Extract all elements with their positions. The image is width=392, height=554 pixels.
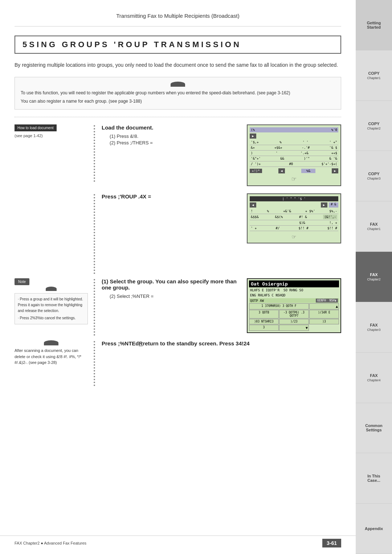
sidebar-item-copy1[interactable]: COPY Chapter1 bbox=[356, 50, 392, 101]
sidebar-label-fax4: FAX bbox=[370, 373, 377, 378]
group-cell-4: -3 QOTP6) .3 QOTP7 bbox=[279, 310, 309, 319]
page-footer: FAX Chapter2 ● Advanced Fax Features 3-6… bbox=[0, 535, 356, 547]
sidebar-sub-fax2: Chapter2 bbox=[367, 278, 380, 281]
step-2-wrapper: | ' " " '$ ' ◀ ▶ # & !%+&'&+ $%'$%,- &$$… bbox=[15, 192, 341, 275]
step-4-wrapper: After scanning a document, you can delet… bbox=[15, 338, 341, 387]
sidebar-label-fax1: FAX bbox=[370, 222, 377, 226]
group-cell-6: )03 NTSHRI3 bbox=[249, 319, 279, 324]
step-3-lcd: Oat Osiergnip HLHFS E IQOTP'R SO RHNG SO… bbox=[247, 278, 341, 333]
sidebar-sub-fax1: Chapter1 bbox=[367, 227, 380, 231]
group-sub2: ENG RHLHFS C NSHQD bbox=[249, 293, 339, 297]
sidebar-item-common[interactable]: CommonSettings bbox=[356, 403, 392, 454]
group-sub1: HLHFS E IQOTP'R SO RHNG SO bbox=[249, 288, 339, 292]
step-1-dots bbox=[91, 123, 98, 190]
prerequisite-note: To use this function, you will need to r… bbox=[15, 77, 341, 110]
step-1-lcd: (%%'0 ▶ '$,+%' '' +" &++$&+-.'#'& $ ) ''… bbox=[247, 124, 341, 186]
lcd2-title: | ' " " '$ ' bbox=[250, 196, 338, 201]
lcd-bottom-center: %& bbox=[301, 169, 315, 173]
lcd-bottom-left: +!)* bbox=[250, 169, 262, 173]
note-item1: · Press a group and it will be highlight… bbox=[18, 296, 85, 314]
sidebar-sub-fax4: Chapter4 bbox=[367, 378, 380, 382]
group-select-screen: Oat Osiergnip HLHFS E IQOTP'R SO RHNG SO… bbox=[247, 278, 341, 333]
sidebar-label-getting-started: GettingStarted bbox=[367, 21, 381, 29]
step-3-wrapper: Note · Press a group and it will be high… bbox=[15, 276, 341, 337]
sidebar-label-appendix: Appendix bbox=[365, 526, 383, 531]
sidebar-item-fax3[interactable]: FAX Chapter3 bbox=[356, 302, 392, 353]
sidebar: GettingStarted COPY Chapter1 COPY Chapte… bbox=[356, 0, 392, 554]
step-2-lcd: | ' " " '$ ' ◀ ▶ # & !%+&'&+ $%'$%,- &$$… bbox=[247, 193, 341, 243]
note-label: Note bbox=[15, 278, 29, 285]
step-4-left: After scanning a document, you can delet… bbox=[15, 338, 91, 387]
sidebar-item-fax1[interactable]: FAX Chapter1 bbox=[356, 201, 392, 252]
header-title: Transmitting Fax to Multiple Recipients … bbox=[116, 13, 240, 19]
step-1-label: How to load document bbox=[15, 124, 57, 131]
group-cell-5: )/34R E bbox=[309, 310, 339, 319]
page-header: Transmitting Fax to Multiple Recipients … bbox=[15, 7, 341, 26]
sidebar-item-in-this-case[interactable]: In ThisCase... bbox=[356, 453, 392, 504]
sidebar-item-copy3[interactable]: COPY Chapter3 bbox=[356, 151, 392, 201]
lcd-screen-1: (%%'0 ▶ '$,+%' '' +" &++$&+-.'#'& $ ) ''… bbox=[247, 124, 341, 186]
step-1-content: (%%'0 ▶ '$,+%' '' +" &++$&+-.'#'& $ ) ''… bbox=[98, 123, 341, 190]
after-scan-note: After scanning a document, you can delet… bbox=[15, 348, 88, 366]
group-cell-1: 1 370MHRS0) 3 QOTH F bbox=[249, 303, 309, 309]
step-2-content: | ' " " '$ ' ◀ ▶ # & !%+&'&+ $%'$%,- &$$… bbox=[98, 192, 341, 275]
sidebar-label-common: CommonSettings bbox=[365, 423, 383, 432]
finger-gesture-2: ☞ bbox=[250, 233, 338, 241]
step-4-heading: Press ;%NTEdRreturn to the standby scree… bbox=[102, 340, 341, 346]
step-4-dots bbox=[91, 338, 98, 387]
lcd-screen-2: | ' " " '$ ' ◀ ▶ # & !%+&'&+ $%'$%,- &$$… bbox=[247, 193, 341, 243]
step-3-left: Note · Press a group and it will be high… bbox=[15, 276, 91, 337]
group-cell-8: )3 bbox=[309, 319, 339, 324]
sidebar-label-fax3: FAX bbox=[370, 323, 377, 327]
step-3-content: Oat Osiergnip HLHFS E IQOTP'R SO RHNG SO… bbox=[98, 276, 341, 337]
note-item2: · Press 2%3%to cancel the settings. bbox=[18, 315, 85, 321]
step-4-content: Press ;%NTEdRreturn to the standby scree… bbox=[98, 338, 341, 387]
step-2-dots bbox=[91, 192, 98, 275]
note-text1: To use this function, you will need to r… bbox=[21, 90, 335, 97]
footer-left: FAX Chapter2 ● Advanced Fax Features bbox=[15, 541, 86, 545]
sidebar-label-in-this-case: In ThisCase... bbox=[367, 474, 380, 483]
sidebar-sub-copy2: Chapter2 bbox=[367, 127, 380, 130]
note-text2: You can also register a name for each gr… bbox=[21, 98, 335, 105]
step-2-left bbox=[15, 192, 91, 275]
group-cell-10: ▼ bbox=[279, 325, 309, 331]
sidebar-label-copy2: COPY bbox=[368, 122, 379, 126]
group-title: Oat Osiergnip bbox=[249, 280, 339, 287]
lcd-arrow-right: ▶ bbox=[250, 134, 256, 139]
sidebar-label-copy3: COPY bbox=[368, 172, 379, 176]
sidebar-item-fax2[interactable]: FAX Chapter2 bbox=[356, 252, 392, 302]
note-content: · Press a group and it will be highlight… bbox=[15, 293, 88, 324]
main-content: Transmitting Fax to Multiple Recipients … bbox=[0, 0, 356, 554]
group-grid: 1 370MHRS0) 3 QOTH F ▲ 3 QOTB -3 QOTP6) … bbox=[249, 303, 339, 331]
group-cell-9: 3 bbox=[249, 325, 279, 331]
group-top-bar: QOTP AW 6ENFH NSH▮ bbox=[249, 298, 339, 303]
sidebar-sub-fax3: Chapter3 bbox=[367, 328, 380, 332]
section-title: 5SING GROUPS 'ROUP TRANSMISSION bbox=[23, 40, 241, 49]
sidebar-sub-copy3: Chapter3 bbox=[367, 177, 380, 180]
sidebar-label-fax2: FAX bbox=[370, 272, 377, 277]
finger-gesture-1: ☞ bbox=[250, 175, 338, 183]
sidebar-item-copy2[interactable]: COPY Chapter2 bbox=[356, 101, 392, 151]
step-1-ref: (see page 1-42) bbox=[15, 133, 88, 139]
step-1-wrapper: How to load document (see page 1-42) (%%… bbox=[15, 123, 341, 190]
group-cell-3: 3 QOTB bbox=[249, 310, 279, 319]
sidebar-item-appendix[interactable]: Appendix bbox=[356, 504, 392, 554]
section-title-box: 5SING GROUPS 'ROUP TRANSMISSION bbox=[15, 36, 341, 54]
intro-paragraph: By registering multiple locations into g… bbox=[15, 61, 341, 70]
step-1-left: How to load document (see page 1-42) bbox=[15, 123, 91, 190]
sidebar-sub-copy1: Chapter1 bbox=[367, 76, 380, 80]
sidebar-item-getting-started[interactable]: GettingStarted bbox=[356, 0, 392, 50]
sidebar-label-copy1: COPY bbox=[368, 71, 379, 75]
sidebar-item-fax4[interactable]: FAX Chapter4 bbox=[356, 353, 392, 403]
group-cell-7: )/23 bbox=[279, 319, 309, 324]
step-3-dots bbox=[91, 276, 98, 337]
page-number: 3-61 bbox=[322, 539, 341, 547]
group-cell-2: ▲ bbox=[309, 303, 339, 309]
